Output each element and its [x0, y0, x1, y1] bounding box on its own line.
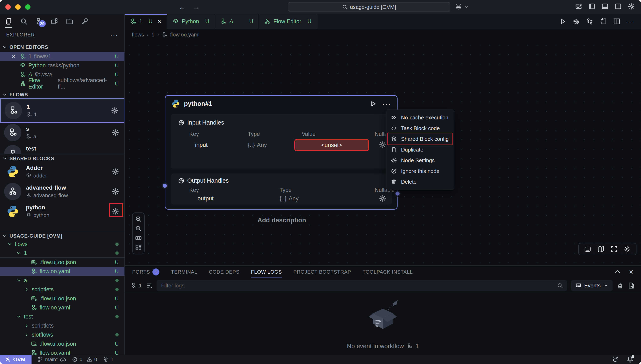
- breadcrumb-file[interactable]: flow.oo.yaml: [170, 32, 200, 38]
- tree-file[interactable]: .flow.ui.oo.json U: [0, 294, 124, 303]
- menu-item-duplicate[interactable]: Duplicate: [386, 144, 454, 155]
- canvas-settings-gear-icon[interactable]: [624, 246, 631, 252]
- workspace-section-header[interactable]: USAGE-GUIDE [OVM]: [0, 232, 124, 240]
- ports-status[interactable]: 1: [103, 356, 113, 362]
- maximize-window-button[interactable]: [25, 4, 31, 10]
- node-menu-icon[interactable]: ···: [382, 100, 391, 108]
- zoom-out-icon[interactable]: [135, 225, 142, 232]
- output-connector-handle[interactable]: [394, 190, 401, 196]
- breadcrumb-folder[interactable]: flows: [132, 32, 144, 38]
- events-dropdown[interactable]: Events: [571, 280, 613, 291]
- run-node-icon[interactable]: [370, 100, 377, 107]
- maximize-panel-icon[interactable]: [614, 269, 620, 275]
- menu-item-no-cache-execution[interactable]: No-cache execution: [386, 112, 454, 123]
- run-flow-icon[interactable]: [559, 18, 566, 25]
- unset-value-annotated[interactable]: <unset>: [294, 139, 369, 151]
- flow-card[interactable]: s a: [0, 123, 124, 142]
- block-settings-gear-icon[interactable]: [112, 208, 119, 215]
- tab-python[interactable]: Python U: [167, 14, 215, 29]
- fullscreen-icon[interactable]: [610, 246, 617, 252]
- toggle-panel-bottom-icon[interactable]: [584, 246, 591, 252]
- menu-item-shared-block-config[interactable]: Shared Block config: [386, 134, 454, 144]
- close-tab-icon[interactable]: ✕: [157, 18, 162, 25]
- tree-folder[interactable]: scriptlets: [0, 321, 124, 330]
- remote-indicator[interactable]: OVM: [0, 355, 32, 364]
- flow-settings-gear-icon[interactable]: [112, 129, 119, 136]
- explorer-view-icon[interactable]: [5, 17, 13, 26]
- handle-settings-gear-icon[interactable]: [379, 194, 387, 202]
- block-settings-gear-icon[interactable]: [112, 188, 119, 195]
- panel-tab-flow-logs[interactable]: FLOW LOGS: [251, 266, 282, 278]
- menu-item-task-block-code[interactable]: Task Block code: [386, 123, 454, 134]
- flow-settings-gear-icon[interactable]: [111, 107, 119, 114]
- zoom-in-icon[interactable]: [135, 216, 142, 222]
- open-editor-item[interactable]: Flow Editor subflows/advanced-fl... U: [0, 79, 124, 88]
- close-window-button[interactable]: [5, 4, 11, 10]
- tree-file[interactable]: flow.oo.yaml U: [0, 303, 124, 312]
- tree-file[interactable]: .flow.ui.oo.json U: [0, 258, 124, 267]
- shared-block-card[interactable]: advanced-flow advanced-flow: [0, 182, 124, 201]
- tree-folder[interactable]: test: [0, 312, 124, 321]
- secrets-key-icon[interactable]: [81, 17, 89, 26]
- minimap-icon[interactable]: [597, 246, 604, 252]
- menu-item-ignore-node[interactable]: Ignore this node: [386, 166, 454, 176]
- minimize-window-button[interactable]: [15, 4, 21, 10]
- tab-flow-1[interactable]: 1 U ✕: [125, 14, 167, 29]
- flows-section-header[interactable]: FLOWS: [0, 91, 124, 98]
- tree-folder[interactable]: flows: [0, 240, 124, 249]
- node-python-1[interactable]: python#1 ··· Input Handles Ke: [165, 95, 398, 210]
- rabbit-icon[interactable]: [611, 356, 619, 364]
- copilot-button[interactable]: [454, 3, 468, 11]
- split-editor-icon[interactable]: [613, 18, 620, 25]
- tree-folder[interactable]: slotflows: [0, 330, 124, 339]
- auto-layout-icon[interactable]: [135, 244, 142, 251]
- tree-folder[interactable]: scriptlets: [0, 285, 124, 294]
- tab-flow-editor[interactable]: Flow Editor U: [259, 14, 317, 29]
- menu-item-node-settings[interactable]: Node Settings: [386, 155, 454, 166]
- toggle-sidebar-right-icon[interactable]: [615, 3, 622, 10]
- command-center-search[interactable]: usage-guide [OVM]: [288, 2, 450, 12]
- panel-tab-ports[interactable]: PORTS 1: [132, 266, 159, 278]
- breadcrumb-folder[interactable]: 1: [151, 32, 154, 38]
- filter-logs-input[interactable]: [161, 282, 554, 289]
- tree-file[interactable]: .flow.ui.oo.json U: [0, 339, 124, 348]
- open-preview-icon[interactable]: [599, 18, 607, 25]
- flow-view-icon[interactable]: 29: [35, 17, 43, 26]
- compare-runs-icon[interactable]: [586, 18, 593, 25]
- tree-folder[interactable]: 1: [0, 249, 124, 258]
- toggle-panel-icon[interactable]: [601, 3, 608, 10]
- panel-tab-code-deps[interactable]: CODE DEPS: [209, 266, 240, 278]
- node-header[interactable]: python#1 ···: [165, 96, 397, 112]
- open-editor-item[interactable]: Python tasks/python U: [0, 61, 124, 70]
- filter-logs-field[interactable]: [157, 280, 567, 291]
- search-view-icon[interactable]: [20, 17, 28, 26]
- clear-logs-icon[interactable]: [617, 282, 624, 289]
- close-panel-icon[interactable]: ✕: [629, 269, 633, 276]
- add-description-button[interactable]: Add description: [220, 216, 344, 224]
- flow-card[interactable]: 1 1: [0, 98, 124, 123]
- panel-tab-terminal[interactable]: TERMINAL: [171, 266, 197, 278]
- fit-view-icon[interactable]: [135, 235, 142, 241]
- flow-card[interactable]: test: [0, 142, 124, 154]
- log-level-list-icon[interactable]: [146, 282, 152, 289]
- tab-flow-a[interactable]: A U: [215, 14, 259, 29]
- shared-block-card[interactable]: python python: [0, 201, 124, 221]
- forward-icon[interactable]: →: [193, 3, 200, 11]
- problems-status[interactable]: 0 0: [72, 356, 97, 362]
- shared-blocks-section-header[interactable]: SHARED BLOCKS: [0, 154, 124, 162]
- rerun-icon[interactable]: [572, 18, 580, 25]
- open-editors-section-header[interactable]: OPEN EDITORS: [0, 42, 124, 52]
- customize-layout-icon[interactable]: [575, 3, 582, 10]
- flow-canvas[interactable]: python#1 ··· Input Handles Ke: [125, 40, 641, 265]
- tree-file[interactable]: flow.oo.yaml U: [0, 348, 124, 355]
- shared-block-card[interactable]: Adder adder: [0, 162, 124, 182]
- blocks-view-icon[interactable]: [50, 17, 59, 26]
- close-editor-icon[interactable]: ✕: [10, 53, 17, 60]
- git-branch-status[interactable]: main*: [37, 356, 66, 362]
- toggle-sidebar-left-icon[interactable]: [588, 3, 595, 10]
- panel-tab-project-bootstrap[interactable]: PROJECT BOOTSTRAP: [293, 266, 351, 278]
- menu-item-delete[interactable]: Delete: [386, 176, 454, 187]
- tree-folder[interactable]: a: [0, 276, 124, 285]
- open-editor-item[interactable]: ✕ 1 flows/1 U: [0, 52, 124, 61]
- block-settings-gear-icon[interactable]: [112, 168, 119, 176]
